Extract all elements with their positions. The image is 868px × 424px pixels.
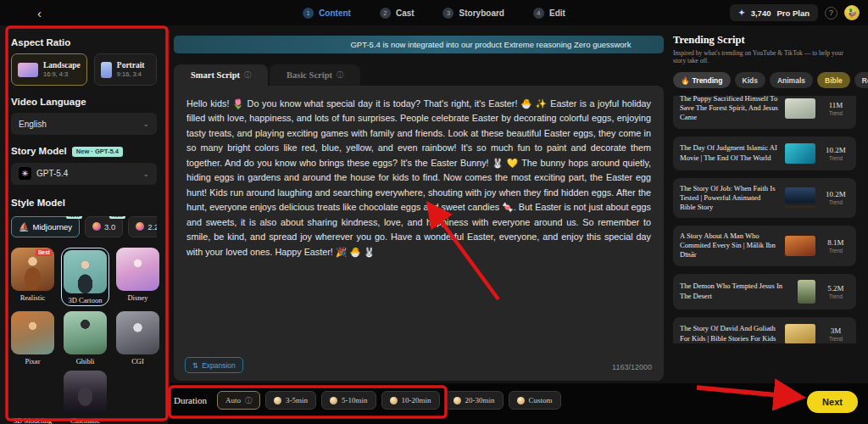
style-thumbnail — [64, 371, 107, 414]
aspect-ratios: 9:16, 3:4 — [117, 70, 145, 78]
style-card-disney[interactable]: Disney — [116, 248, 159, 306]
duration-option-label: 10-20min — [402, 396, 431, 404]
style-label: Pixar — [25, 357, 41, 365]
duration-option-35min[interactable]: 3-5min — [265, 391, 316, 410]
style-label: CGI — [131, 357, 144, 365]
avatar[interactable]: 🦆 — [844, 5, 860, 20]
video-language-select[interactable]: English ⌄ — [11, 113, 157, 135]
step-cast[interactable]: 2Cast — [380, 8, 415, 19]
step-content[interactable]: 1Content — [303, 8, 351, 19]
trend-tag: Trend — [822, 248, 849, 254]
main-content: GPT-5.4 is now integrated into our produ… — [174, 25, 664, 381]
style-thumbnail — [11, 311, 54, 354]
style-thumbnail — [64, 250, 107, 293]
style-card-cgi[interactable]: CGI — [116, 311, 159, 365]
trending-tab-rescue[interactable]: Rescue — [854, 72, 868, 88]
story-model-title: Story ModelNew · GPT-5.4 — [11, 146, 157, 157]
style-label: Disney — [127, 293, 147, 302]
style-card-cinematic[interactable]: Cinematic — [61, 371, 109, 424]
top-bar: ‹ 1Content2Cast3Storyboard4Edit ✦ 3,740 … — [0, 0, 868, 25]
story-model-value: GPT-5.4 — [36, 169, 68, 178]
script-textarea[interactable]: Hello kids! 🌷 Do you know what special d… — [186, 97, 651, 259]
landscape-thumb-icon — [18, 63, 38, 77]
duration-option-label: 20-30min — [465, 396, 495, 404]
style-label: 3D Cartoon — [69, 296, 103, 304]
back-icon[interactable]: ‹ — [37, 7, 42, 20]
trending-sidebar: Trending Script Inspired by what's trend… — [668, 25, 861, 383]
style-card-realistic[interactable]: BestRealistic — [11, 248, 54, 306]
expansion-button[interactable]: ⇅ Expansion — [185, 357, 243, 373]
new-badge: New — [109, 216, 125, 219]
trending-item[interactable]: The Story Of Job: When Faith Is Tested |… — [673, 178, 856, 219]
duration-option-label: 3-5min — [286, 396, 308, 404]
style-thumbnail — [116, 248, 159, 291]
model-version-icon — [92, 222, 101, 231]
style-card-ghibli[interactable]: Ghibli — [61, 311, 109, 365]
coin-icon — [274, 397, 281, 404]
trending-item-views: 11MTrend — [822, 101, 849, 116]
aspect-option-landscape[interactable]: Landscape 16:9, 4:3 — [11, 53, 87, 86]
midjourney-icon: ⛵ — [19, 222, 29, 232]
view-count: 5.2M — [822, 284, 849, 293]
duration-option-2030min[interactable]: 20-30min — [445, 391, 504, 410]
settings-sidebar: Aspect Ratio Landscape 16:9, 4:3 Portrai… — [0, 25, 168, 424]
trending-tab-animals[interactable]: Animals — [770, 72, 813, 88]
trending-item[interactable]: The Story Of David And Goliath For Kids … — [673, 317, 856, 343]
trending-tab-label: Bible — [825, 76, 843, 85]
app-window: ‹ 1Content2Cast3Storyboard4Edit ✦ 3,740 … — [0, 0, 868, 424]
expansion-icon: ⇅ — [192, 361, 198, 370]
style-label: Ghibli — [76, 357, 95, 365]
aspect-label: Portrait — [117, 61, 145, 70]
story-model-select[interactable]: ✳ GPT-5.4 ⌄ — [11, 163, 157, 185]
wizard-steps: 1Content2Cast3Storyboard4Edit — [303, 8, 565, 19]
coin-icon — [390, 397, 398, 404]
story-model-new-badge: New · GPT-5.4 — [72, 147, 123, 157]
duration-option-1020min[interactable]: 10-20min — [381, 391, 440, 410]
duration-option-510min[interactable]: 5-10min — [321, 391, 376, 410]
style-card-3d-modeling[interactable]: 3D Modeling — [11, 371, 54, 424]
style-label: Realistic — [20, 293, 46, 302]
trending-tab-label: Kids — [743, 76, 758, 85]
tab-smart-script[interactable]: Smart Scriptⓘ — [174, 64, 268, 86]
trending-tab-kids[interactable]: Kids — [735, 72, 765, 88]
step-edit[interactable]: 4Edit — [533, 8, 565, 19]
trending-tab-bible[interactable]: Bible — [817, 72, 850, 88]
step-storyboard[interactable]: 3Storyboard — [443, 8, 504, 19]
trending-list[interactable]: The Puppy Sacrificed Himself To Save The… — [673, 96, 856, 343]
style-thumbnail — [11, 371, 54, 414]
trending-item-title: The Story Of David And Goliath For Kids … — [680, 324, 778, 343]
trending-item[interactable]: The Day Of Judgment Islamic AI Movie | T… — [673, 137, 856, 170]
tab-basic-script[interactable]: Basic Scriptⓘ — [270, 64, 360, 86]
aspect-ratio-title: Aspect Ratio — [11, 37, 157, 47]
chevron-down-icon: ⌄ — [142, 170, 149, 178]
style-model-chip-midjourney[interactable]: ⛵MidjourneyNew — [11, 216, 80, 237]
trending-item-title: The Demon Who Tempted Jesus In The Deser… — [680, 282, 791, 300]
step-label: Edit — [549, 8, 565, 18]
model-version-icon — [136, 222, 144, 231]
style-model-chip-30[interactable]: 3.0New — [85, 216, 123, 237]
style-card-3d-cartoon[interactable]: 3D Cartoon — [61, 248, 109, 306]
gpt-announcement-banner: GPT-5.4 is now integrated into our produ… — [174, 36, 664, 53]
trending-item-views: 8.1MTrend — [822, 238, 849, 254]
duration-option-auto[interactable]: Autoⓘ — [217, 391, 260, 410]
aspect-ratios: 16:9, 4:3 — [43, 70, 81, 78]
chip-label: 2.2 — [147, 222, 157, 232]
aspect-option-portrait[interactable]: Portrait 9:16, 3:4 — [94, 53, 157, 86]
credits-plan-pill[interactable]: ✦ 3,740 Pro Plan — [730, 4, 818, 21]
trending-item-thumbnail — [785, 143, 815, 164]
help-icon[interactable]: ? — [825, 7, 837, 20]
trend-tag: Trend — [822, 155, 849, 161]
next-button[interactable]: Next — [807, 391, 858, 413]
trending-subtitle: Inspired by what's trending on YouTube &… — [673, 49, 856, 64]
style-label: Cinematic — [70, 416, 100, 424]
style-card-pixar[interactable]: Pixar — [11, 311, 54, 365]
trending-item[interactable]: A Story About A Man Who Commited Every S… — [673, 226, 856, 266]
style-model-chip-22[interactable]: 2.2 — [128, 216, 157, 237]
trending-tab-trending[interactable]: 🔥Trending — [673, 72, 731, 88]
trending-item[interactable]: The Demon Who Tempted Jesus In The Deser… — [673, 274, 856, 310]
duration-option-custom[interactable]: Custom — [509, 391, 561, 410]
gpt-logo-icon: ✳ — [19, 167, 31, 180]
view-count: 8.1M — [822, 238, 849, 247]
trending-item-title: The Puppy Sacrificed Himself To Save The… — [680, 96, 778, 123]
trending-item[interactable]: The Puppy Sacrificed Himself To Save The… — [673, 96, 856, 129]
